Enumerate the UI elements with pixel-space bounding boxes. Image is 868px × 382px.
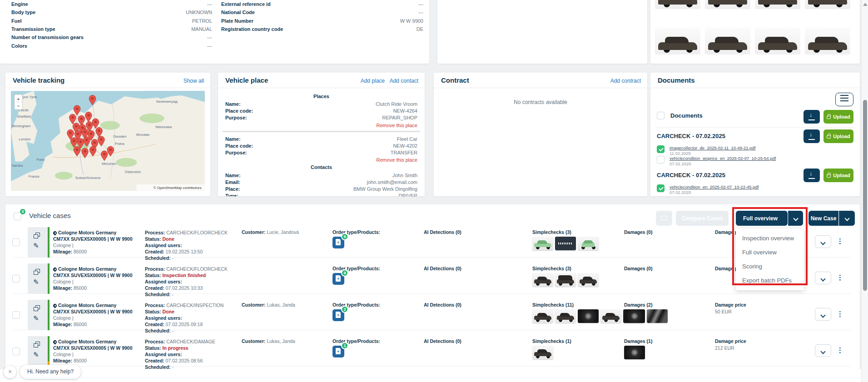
edit-icon[interactable]: ✎ xyxy=(33,242,39,250)
select-all-documents-checkbox[interactable] xyxy=(657,112,665,119)
menu-item-full-overview[interactable]: Full overview xyxy=(736,245,804,259)
order-product-icon[interactable]: 9 xyxy=(332,273,344,285)
file-link[interactable]: vehiclecondition_en_2025-02-07_10-22-45.… xyxy=(670,184,759,189)
copy-icon[interactable] xyxy=(34,342,41,348)
wheel-thumbnail[interactable] xyxy=(624,346,645,359)
wheel-thumbnail[interactable] xyxy=(624,309,645,323)
plate-thumbnail[interactable] xyxy=(555,237,576,250)
map-city-label: London xyxy=(19,137,30,141)
row-expand-button[interactable] xyxy=(815,344,831,357)
remove-place-link[interactable]: Remove this place xyxy=(377,123,418,128)
chat-bubble[interactable]: Hi. Need any help? xyxy=(20,365,81,379)
menu-item-inspection-overview[interactable]: Inspection overview xyxy=(736,231,804,245)
status-stripe xyxy=(48,263,50,294)
row-expand-button[interactable] xyxy=(815,308,831,321)
row-expand-button[interactable] xyxy=(815,235,831,248)
car-dark-thumbnail[interactable] xyxy=(532,346,553,359)
row-checkbox[interactable] xyxy=(12,275,20,283)
remove-place-link[interactable]: Remove this place xyxy=(377,157,418,163)
chat-close-button[interactable]: × xyxy=(4,366,16,378)
row-checkbox[interactable] xyxy=(12,238,20,246)
vehicle-photo[interactable] xyxy=(705,27,750,55)
vehicle-photo[interactable] xyxy=(655,27,700,55)
add-place-link[interactable]: Add place xyxy=(361,78,385,84)
van-dark-thumbnail[interactable] xyxy=(555,273,576,287)
new-case-dropdown-toggle[interactable] xyxy=(839,211,855,226)
download-button[interactable]: ↓ xyxy=(804,129,820,143)
row-expand-button[interactable] xyxy=(815,272,831,284)
order-product-icon[interactable]: 9 xyxy=(332,237,344,248)
copy-icon[interactable] xyxy=(34,305,41,312)
edit-icon[interactable]: ✎ xyxy=(33,278,39,286)
add-contract-link[interactable]: Add contract xyxy=(610,78,641,84)
upload-button[interactable]: Upload xyxy=(823,129,853,143)
damage-thumbnails xyxy=(624,309,668,323)
row-menu-icon[interactable]: ⋮ xyxy=(837,273,843,282)
copy-icon[interactable] xyxy=(34,233,41,239)
page-scrollbar[interactable] xyxy=(861,0,868,382)
order-product-icon[interactable]: 2 xyxy=(332,309,344,321)
compare-cases-button[interactable]: Compare Cases xyxy=(676,211,729,226)
vehicle-photo[interactable] xyxy=(655,0,700,9)
field-label: Type: xyxy=(225,193,238,196)
menu-item-export-batch-pdfs[interactable]: Export batch PDFs xyxy=(736,273,804,288)
file-link[interactable]: imagecollector_de_2025-02-11_10-49-21.pd… xyxy=(670,145,755,150)
car-green-rear-thumbnail[interactable] xyxy=(578,237,599,250)
full-overview-button[interactable]: Full overview xyxy=(736,211,788,226)
file-checkbox[interactable] xyxy=(657,156,665,164)
vehicle-photo[interactable] xyxy=(805,27,850,55)
map-city-label: Warszawa xyxy=(155,125,172,129)
file-checkbox[interactable] xyxy=(657,145,665,153)
document-group-title: CARCHECK - 07.02.2025 xyxy=(657,172,725,179)
scroll-up-icon[interactable] xyxy=(863,3,868,6)
documents-menu-button[interactable] xyxy=(835,93,853,106)
menu-item-scoring[interactable]: Scoring xyxy=(736,259,804,273)
top-middle-panel xyxy=(437,0,647,64)
vehicle-photo[interactable] xyxy=(755,0,800,9)
row-menu-icon[interactable]: ⋮ xyxy=(837,310,843,318)
place-code: NEW-4202 xyxy=(393,143,417,149)
car-dark-thumbnail[interactable] xyxy=(532,273,553,287)
download-button[interactable]: ↓ xyxy=(804,169,820,182)
scrollbar-thumb[interactable] xyxy=(863,100,867,291)
map[interactable]: upon TyneLeedsSheffieldBirminghamLondonP… xyxy=(11,91,205,191)
new-case-button[interactable]: New Case xyxy=(808,211,838,226)
row-checkbox[interactable] xyxy=(12,347,20,355)
car-dark-thumbnail[interactable] xyxy=(532,309,553,323)
detail-label: Body type xyxy=(11,10,35,15)
add-contact-link[interactable]: Add contact xyxy=(390,78,418,84)
show-all-link[interactable]: Show all xyxy=(184,78,204,84)
car-dark-thumbnail[interactable] xyxy=(555,309,576,323)
file-link[interactable]: vehiclecondition_woprice_en_2025-02-07_1… xyxy=(670,156,776,161)
download-button[interactable]: ↓ xyxy=(804,110,820,124)
edit-icon[interactable]: ✎ xyxy=(33,351,39,359)
upload-button[interactable]: Upload xyxy=(823,169,853,182)
field-label: Name: xyxy=(225,173,241,178)
map-city-label: Dresden xyxy=(113,134,126,139)
copy-icon[interactable] xyxy=(34,269,41,275)
file-checkbox[interactable] xyxy=(657,184,665,192)
vehicle-photo[interactable] xyxy=(755,27,800,55)
vehicle-details-panel: Engine Body type Fuel Transmission type … xyxy=(0,0,429,64)
row-menu-icon[interactable]: ⋮ xyxy=(837,346,843,354)
edit-icon[interactable]: ✎ xyxy=(33,314,39,322)
lock-icon xyxy=(827,116,831,119)
vehicle-photo[interactable] xyxy=(705,0,750,9)
car-dark-thumbnail[interactable] xyxy=(600,309,621,323)
wheel-thumbnail[interactable] xyxy=(578,309,599,323)
car-green-thumbnail[interactable] xyxy=(532,237,553,250)
full-overview-dropdown-toggle[interactable] xyxy=(788,211,803,226)
mileage-value: 85000 xyxy=(74,249,87,254)
order-product-icon[interactable]: 1 xyxy=(332,346,344,357)
row-menu-icon[interactable]: ⋮ xyxy=(837,237,843,245)
upload-button[interactable]: Upload xyxy=(823,110,853,124)
vehicle-photo[interactable] xyxy=(805,0,850,9)
headlight-thumbnail[interactable] xyxy=(647,309,668,323)
row-checkbox[interactable] xyxy=(12,311,20,319)
export-folder-button[interactable] xyxy=(656,211,672,226)
place-code: NEW-4264 xyxy=(393,108,417,114)
field-label: Email: xyxy=(225,179,240,185)
car-dark-thumbnail[interactable] xyxy=(578,273,599,287)
map-city-label: München xyxy=(102,162,116,166)
map-attribution: © OpenStreetMap contributors. xyxy=(154,186,202,190)
